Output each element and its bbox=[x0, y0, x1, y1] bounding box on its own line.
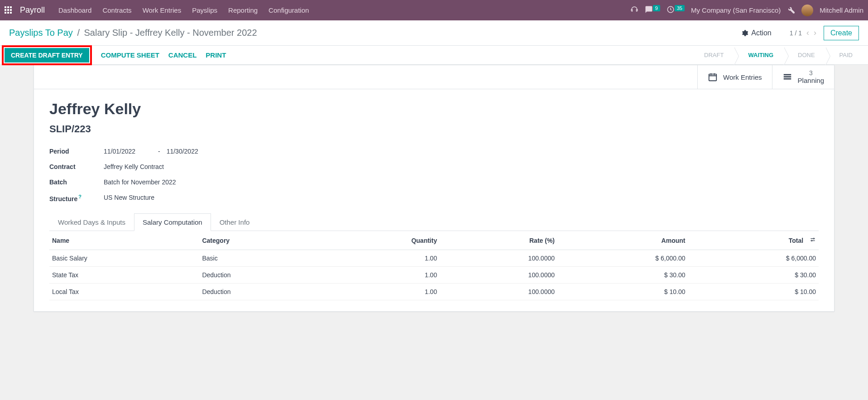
status-draft[interactable]: DRAFT bbox=[691, 47, 734, 63]
cell-qty: 1.00 bbox=[325, 284, 440, 300]
main-menu: Dashboard Contracts Work Entries Payslip… bbox=[58, 6, 630, 14]
compute-sheet-button[interactable]: COMPUTE SHEET bbox=[101, 51, 159, 59]
tabs: Worked Days & Inputs Salary Computation … bbox=[49, 213, 819, 231]
cell-qty: 1.00 bbox=[325, 250, 440, 267]
menu-contracts[interactable]: Contracts bbox=[102, 6, 131, 14]
page-title: Jeffrey Kelly bbox=[49, 100, 819, 118]
create-button[interactable]: Create bbox=[824, 26, 859, 40]
col-rate[interactable]: Rate (%) bbox=[440, 231, 557, 250]
cell-name: Local Tax bbox=[49, 284, 199, 300]
contract-label: Contract bbox=[49, 163, 99, 170]
cancel-button[interactable]: CANCEL bbox=[168, 51, 197, 59]
status-flow: DRAFT WAITING DONE PAID bbox=[691, 47, 863, 63]
cell-name: Basic Salary bbox=[49, 250, 199, 267]
batch-value: Batch for November 2022 bbox=[104, 178, 321, 186]
calendar-icon bbox=[708, 72, 718, 82]
sliders-icon[interactable] bbox=[810, 236, 816, 244]
menu-configuration[interactable]: Configuration bbox=[269, 6, 309, 14]
cell-amount: $ 30.00 bbox=[557, 267, 688, 284]
user-name[interactable]: Mitchell Admin bbox=[820, 6, 863, 14]
cell-amount: $ 6,000.00 bbox=[557, 250, 688, 267]
breadcrumb-parent[interactable]: Payslips To Pay bbox=[9, 28, 73, 38]
work-entries-label: Work Entries bbox=[723, 73, 762, 81]
pager: 1 / 1 ‹ › bbox=[790, 28, 816, 38]
planning-label: Planning bbox=[798, 77, 824, 84]
cell-category: Deduction bbox=[199, 284, 325, 300]
cell-name: State Tax bbox=[49, 267, 199, 284]
status-paid[interactable]: PAID bbox=[826, 47, 863, 63]
print-button[interactable]: PRINT bbox=[206, 51, 226, 59]
col-amount[interactable]: Amount bbox=[557, 231, 688, 250]
col-name[interactable]: Name bbox=[49, 231, 199, 250]
clock-icon[interactable]: 35 bbox=[667, 5, 685, 15]
status-waiting[interactable]: WAITING bbox=[734, 47, 784, 63]
status-done[interactable]: DONE bbox=[784, 47, 826, 63]
planning-button[interactable]: 3 Planning bbox=[772, 65, 834, 89]
menu-dashboard[interactable]: Dashboard bbox=[58, 6, 91, 14]
clock-badge: 35 bbox=[675, 5, 685, 11]
breadcrumb: Payslips To Pay / Salary Slip - Jeffrey … bbox=[9, 28, 741, 38]
list-icon bbox=[782, 72, 792, 82]
tab-other-info[interactable]: Other Info bbox=[211, 213, 259, 231]
planning-count: 3 bbox=[798, 70, 824, 77]
gear-icon bbox=[741, 29, 748, 37]
cell-category: Deduction bbox=[199, 267, 325, 284]
work-entries-button[interactable]: Work Entries bbox=[697, 65, 772, 89]
tools-icon[interactable] bbox=[787, 5, 795, 15]
pager-prev-icon[interactable]: ‹ bbox=[806, 28, 809, 38]
cell-total: $ 30.00 bbox=[688, 267, 819, 284]
period-label: Period bbox=[49, 148, 99, 155]
svg-point-6 bbox=[811, 240, 812, 241]
phone-icon[interactable] bbox=[630, 5, 638, 15]
avatar[interactable] bbox=[801, 5, 813, 16]
pager-text: 1 / 1 bbox=[790, 29, 802, 37]
col-category[interactable]: Category bbox=[199, 231, 325, 250]
company-name[interactable]: My Company (San Francisco) bbox=[691, 6, 781, 14]
svg-rect-1 bbox=[709, 74, 717, 81]
svg-rect-3 bbox=[783, 76, 791, 77]
structure-label: Structure? bbox=[49, 194, 99, 202]
chat-icon[interactable]: 9 bbox=[645, 5, 660, 15]
batch-label: Batch bbox=[49, 178, 99, 186]
menu-payslips[interactable]: Payslips bbox=[192, 6, 217, 14]
col-quantity[interactable]: Quantity bbox=[325, 231, 440, 250]
col-total[interactable]: Total bbox=[688, 231, 819, 250]
create-draft-entry-button[interactable]: CREATE DRAFT ENTRY bbox=[5, 48, 89, 63]
svg-rect-4 bbox=[783, 78, 791, 80]
help-icon[interactable]: ? bbox=[78, 194, 82, 199]
cell-rate: 100.0000 bbox=[440, 267, 557, 284]
table-row[interactable]: Local TaxDeduction1.00100.0000$ 10.00$ 1… bbox=[49, 284, 819, 300]
cell-qty: 1.00 bbox=[325, 267, 440, 284]
chat-badge: 9 bbox=[653, 5, 660, 11]
period-value: 11/01/2022- 11/30/2022 bbox=[104, 148, 321, 155]
tab-worked-days[interactable]: Worked Days & Inputs bbox=[49, 213, 134, 231]
cell-rate: 100.0000 bbox=[440, 284, 557, 300]
svg-point-5 bbox=[813, 238, 814, 239]
menu-reporting[interactable]: Reporting bbox=[228, 6, 258, 14]
contract-value: Jeffrey Kelly Contract bbox=[104, 163, 321, 170]
structure-value: US New Structure bbox=[104, 194, 321, 202]
cell-category: Basic bbox=[199, 250, 325, 267]
table-row[interactable]: Basic SalaryBasic1.00100.0000$ 6,000.00$… bbox=[49, 250, 819, 267]
app-brand[interactable]: Payroll bbox=[20, 5, 45, 15]
menu-work-entries[interactable]: Work Entries bbox=[143, 6, 182, 14]
apps-icon[interactable] bbox=[5, 6, 13, 14]
cell-total: $ 10.00 bbox=[688, 284, 819, 300]
highlight-box: CREATE DRAFT ENTRY bbox=[2, 45, 92, 65]
salary-table: Name Category Quantity Rate (%) Amount T… bbox=[49, 231, 819, 300]
table-row[interactable]: State TaxDeduction1.00100.0000$ 30.00$ 3… bbox=[49, 267, 819, 284]
action-label: Action bbox=[751, 29, 771, 37]
svg-rect-2 bbox=[783, 74, 791, 76]
breadcrumb-current: Salary Slip - Jeffrey Kelly - November 2… bbox=[84, 28, 257, 38]
cell-rate: 100.0000 bbox=[440, 250, 557, 267]
breadcrumb-separator: / bbox=[77, 28, 80, 38]
pager-next-icon[interactable]: › bbox=[814, 28, 816, 38]
cell-amount: $ 10.00 bbox=[557, 284, 688, 300]
slip-number: SLIP/223 bbox=[49, 123, 819, 135]
tab-salary-computation[interactable]: Salary Computation bbox=[134, 213, 211, 231]
action-menu[interactable]: Action bbox=[741, 29, 771, 37]
cell-total: $ 6,000.00 bbox=[688, 250, 819, 267]
